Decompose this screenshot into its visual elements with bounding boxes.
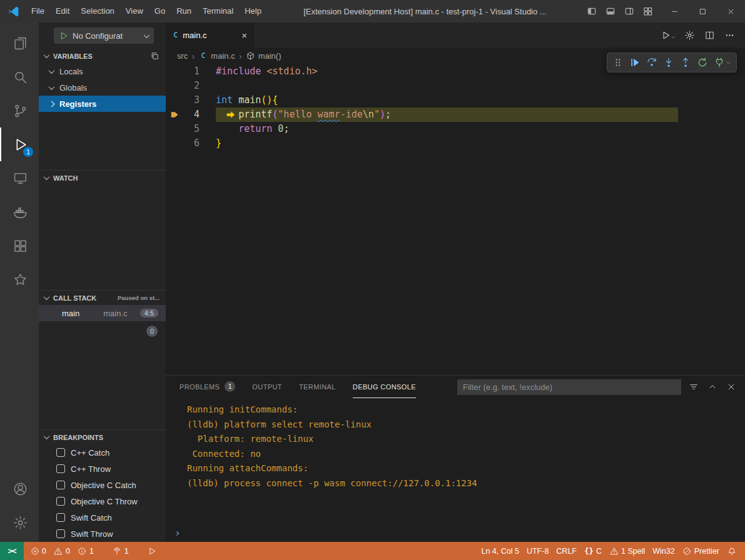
status-debug-status[interactable] [144, 542, 161, 560]
menu-go[interactable]: Go [149, 0, 171, 22]
breadcrumb-item[interactable]: Cmain.c [198, 51, 235, 61]
debug-config-dropdown[interactable]: No Configurat [54, 28, 154, 44]
menu-selection[interactable]: Selection [75, 0, 119, 22]
activity-star[interactable] [0, 262, 39, 296]
status-win32[interactable]: Win32 [649, 542, 678, 560]
customize-layout-icon[interactable] [639, 2, 657, 21]
maximize-button[interactable] [689, 0, 717, 22]
panel-tab-output[interactable]: OUTPUT [252, 376, 282, 398]
status-info[interactable]: 1 [74, 542, 98, 560]
activity-extensions[interactable] [0, 229, 39, 262]
menu-terminal[interactable]: Terminal [197, 0, 239, 22]
breakpoint-item[interactable]: Swift Catch [39, 509, 166, 526]
status-utf-8[interactable]: UTF-8 [523, 542, 552, 560]
toggle-secondary-sidebar-icon[interactable] [621, 2, 638, 21]
copy-icon[interactable] [150, 51, 160, 61]
start-debug-icon[interactable] [59, 31, 68, 41]
panel-tab-problems[interactable]: PROBLEMS1 [180, 376, 235, 398]
code-line-3[interactable]: 3int main(){ [166, 93, 745, 108]
step-over-icon[interactable] [644, 54, 659, 71]
minimize-button[interactable] [661, 0, 689, 22]
drag-grip-icon[interactable] [611, 54, 626, 71]
activity-settings-gear[interactable] [0, 506, 39, 539]
code-line-5[interactable]: 5 return 0; [166, 122, 745, 136]
call-stack-frame[interactable]: main main.c 4:5 [39, 305, 166, 321]
breakpoint-checkbox[interactable] [56, 529, 65, 538]
breakpoint-item[interactable]: Swift Throw [39, 526, 166, 542]
debug-console-output[interactable]: Running initCommands:(lldb) platform sel… [166, 398, 745, 542]
filter-lines-icon[interactable] [686, 379, 701, 394]
run-or-debug-icon[interactable] [660, 29, 671, 41]
filter-input[interactable] [457, 379, 681, 395]
status-ports[interactable]: 1 [109, 542, 133, 560]
variables-item-locals[interactable]: Locals [39, 63, 166, 79]
menu-edit[interactable]: Edit [50, 0, 75, 22]
toggle-panel-icon[interactable] [602, 2, 619, 21]
breakpoint-item[interactable]: Objective C Throw [39, 493, 166, 509]
close-tab-icon[interactable]: × [241, 31, 247, 40]
menu-view[interactable]: View [120, 0, 149, 22]
close-button[interactable] [717, 0, 745, 22]
status-bell[interactable] [723, 542, 740, 560]
menu-help[interactable]: Help [239, 0, 267, 22]
code-editor[interactable]: 1#include <stdio.h>23int main(){4 printf… [166, 64, 745, 375]
code-line-2[interactable]: 2 [166, 79, 745, 93]
activity-docker[interactable] [0, 195, 39, 229]
menu-file[interactable]: File [26, 0, 50, 22]
step-out-icon[interactable] [678, 54, 693, 71]
code-line-4[interactable]: 4 printf("hello wamr-ide\n"); [166, 108, 745, 122]
breakpoint-checkbox[interactable] [56, 481, 65, 489]
activity-run-debug[interactable]: 1 [0, 128, 39, 161]
status-braces[interactable]: {}C [580, 542, 606, 560]
breakpoint-item[interactable]: C++ Throw [39, 461, 166, 477]
status-crlf[interactable]: CRLF [552, 542, 580, 560]
panel-tab-debug-console[interactable]: DEBUG CONSOLE [353, 376, 416, 398]
line-text: return 0; [200, 122, 289, 136]
code-line-6[interactable]: 6} [166, 136, 745, 151]
call-stack-header[interactable]: CALL STACK Paused on st... [39, 291, 166, 305]
watch-section: WATCH [39, 170, 166, 290]
status-text: CRLF [556, 547, 577, 556]
status-prettier[interactable]: Prettier [679, 542, 723, 560]
continue-icon[interactable] [627, 54, 642, 71]
watch-header[interactable]: WATCH [39, 171, 166, 185]
close-icon[interactable] [724, 379, 739, 394]
breadcrumb-item[interactable]: src [177, 51, 188, 61]
step-into-icon[interactable] [661, 54, 676, 71]
remote-indicator[interactable]: >< [0, 542, 24, 560]
chevron-up-icon[interactable] [705, 379, 720, 394]
breakpoint-checkbox[interactable] [56, 448, 65, 457]
variables-header[interactable]: VARIABLES [39, 49, 166, 63]
breakpoint-checkbox[interactable] [56, 464, 65, 473]
variables-item-registers[interactable]: Registers [39, 96, 166, 112]
activity-account[interactable] [0, 472, 39, 506]
breakpoint-label: Swift Throw [71, 529, 113, 539]
symbol-cube-icon [246, 51, 255, 61]
gear-icon[interactable] [684, 29, 695, 41]
breakpoint-arrow-icon[interactable] [169, 109, 180, 120]
restart-icon[interactable] [695, 54, 710, 71]
toggle-sidebar-icon[interactable] [583, 2, 601, 21]
menu-run[interactable]: Run [171, 0, 197, 22]
debug-console-input[interactable]: › [175, 527, 181, 539]
breakpoint-checkbox[interactable] [56, 513, 65, 522]
breakpoint-item[interactable]: C++ Catch [39, 444, 166, 461]
status-warning[interactable]: 0 [50, 542, 74, 560]
ellipsis-icon[interactable] [724, 29, 735, 41]
activity-remote-explorer[interactable] [0, 161, 39, 195]
activity-search[interactable] [0, 60, 39, 94]
activity-source-control[interactable] [0, 94, 39, 128]
breakpoint-checkbox[interactable] [56, 497, 65, 506]
variables-item-globals[interactable]: Globals [39, 79, 166, 96]
disconnect-icon[interactable] [712, 54, 733, 71]
tab-main-c[interactable]: C main.c × [166, 22, 255, 48]
breakpoints-header[interactable]: BREAKPOINTS [39, 430, 166, 444]
split-editor-icon[interactable] [704, 29, 715, 41]
status-ln-4-col-5[interactable]: Ln 4, Col 5 [477, 542, 522, 560]
breadcrumb-item[interactable]: main() [246, 51, 281, 61]
activity-explorer[interactable] [0, 26, 39, 60]
panel-tab-terminal[interactable]: TERMINAL [299, 376, 336, 398]
status-spell-warning[interactable]: 1 Spell [606, 542, 649, 560]
breakpoint-item[interactable]: Objective C Catch [39, 477, 166, 493]
status-error[interactable]: 0 [26, 542, 50, 560]
